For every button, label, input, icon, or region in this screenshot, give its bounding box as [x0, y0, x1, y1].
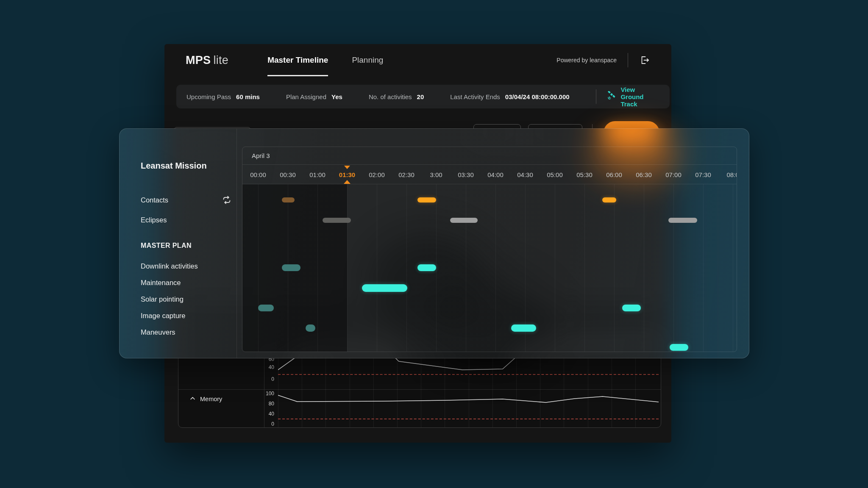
eclipses-activity-bar[interactable]: [323, 218, 351, 223]
stat-activities: No. of activities 20: [369, 93, 424, 100]
image-activity-bar[interactable]: [511, 324, 536, 332]
track-label: Solar pointing: [141, 295, 184, 303]
current-time-marker-bottom: [344, 180, 351, 184]
header-right: Powered by leanspace: [556, 53, 650, 67]
stat-plan-assigned: Plan Assigned Yes: [286, 93, 342, 100]
current-time-marker-top: [344, 166, 350, 169]
mission-title: Leansat Mission: [141, 160, 232, 171]
timeline-bars-area[interactable]: [242, 184, 737, 352]
track-label: Contacts: [141, 196, 168, 204]
timeline-gridline: [436, 184, 437, 352]
stat-label: No. of activities: [369, 93, 412, 100]
stat-last-activity: Last Activity Ends 03/04/24 08:00:00.000: [450, 93, 569, 100]
timeline-gridline: [258, 184, 259, 352]
tick-label: 00:30: [273, 165, 303, 184]
stat-value: 03/04/24 08:00:00.000: [505, 93, 570, 100]
solar-activity-bar[interactable]: [258, 305, 274, 311]
tick-label: 02:00: [362, 165, 392, 184]
track-label: Image capture: [141, 312, 185, 320]
brand-suffix: lite: [213, 54, 228, 67]
memory-chart-label[interactable]: Memory: [189, 395, 222, 403]
tick-label: 08:0: [718, 165, 737, 184]
sidebar-item-downlink-activities[interactable]: Downlink activities: [141, 261, 232, 272]
memory-chart-ytick: 100: [260, 391, 274, 396]
timeline-gridline: [644, 184, 644, 352]
maintenance-activity-bar[interactable]: [362, 284, 407, 292]
date-label: April 3: [252, 152, 270, 159]
timeline-gridline: [703, 184, 704, 352]
sidebar-item-image-capture[interactable]: Image capture: [141, 310, 232, 321]
timeline-gridline: [733, 184, 733, 352]
tick-label: 04:30: [510, 165, 540, 184]
header-divider: [628, 53, 628, 67]
tick-label: 03:30: [451, 165, 481, 184]
sidebar-item-solar-pointing[interactable]: Solar pointing: [141, 294, 232, 305]
tick-label: 07:30: [688, 165, 718, 184]
timeline-gridline: [377, 184, 377, 352]
track-label: Maneuvers: [141, 328, 175, 336]
logout-icon[interactable]: [639, 55, 650, 66]
contacts-activity-bar[interactable]: [417, 197, 436, 202]
app-header: MPSlite Master Timeline Planning Powered…: [164, 44, 671, 76]
sidebar-item-eclipses[interactable]: Eclipses: [141, 214, 232, 225]
top-chart-threshold-line: [278, 374, 659, 375]
powered-by-label: Powered by leanspace: [556, 57, 617, 64]
master-plan-heading: MASTER PLAN: [141, 240, 232, 251]
tab-master-timeline[interactable]: Master Timeline: [267, 44, 328, 76]
status-bar: Upcoming Pass 60 mins Plan Assigned Yes …: [176, 85, 670, 108]
tick-label: 05:30: [570, 165, 599, 184]
stat-label: Upcoming Pass: [186, 93, 231, 100]
eclipses-activity-bar[interactable]: [450, 218, 478, 223]
stat-label: Last Activity Ends: [450, 93, 500, 100]
timeline-gridline: [614, 184, 615, 352]
downlink-activity-bar[interactable]: [282, 264, 300, 271]
solar-activity-bar[interactable]: [622, 305, 641, 311]
sidebar-item-maneuvers[interactable]: Maneuvers: [141, 327, 232, 338]
timeline-gridline: [406, 184, 407, 352]
track-label: Eclipses: [141, 216, 167, 224]
sidebar-item-maintenance[interactable]: Maintenance: [141, 277, 232, 288]
main-tabs: Master Timeline Planning: [267, 44, 383, 76]
memory-chart-ytick: 0: [260, 421, 274, 427]
tick-label: 02:30: [392, 165, 421, 184]
stat-value: 60 mins: [236, 93, 260, 100]
timeline-gridline: [555, 184, 555, 352]
timeline-gridline: [584, 184, 585, 352]
memory-chart-ytick: 40: [260, 411, 274, 417]
eclipses-activity-bar[interactable]: [668, 218, 697, 223]
contacts-activity-bar[interactable]: [602, 197, 616, 202]
image-activity-bar[interactable]: [306, 324, 315, 332]
app-logo: MPSlite: [186, 54, 228, 67]
sidebar-divider: [236, 129, 237, 358]
mission-timeline-overlay: Leansat Mission Contacts Eclipses MASTER…: [119, 128, 749, 358]
status-bar-action: View Ground Track: [596, 86, 659, 108]
view-ground-track-button[interactable]: View Ground Track: [607, 86, 659, 108]
timeline-gridline: [317, 184, 318, 352]
sidebar-item-contacts[interactable]: Contacts: [141, 194, 232, 205]
chevron-up-icon[interactable]: [189, 395, 196, 403]
tick-label: 04:00: [481, 165, 510, 184]
stat-upcoming-pass: Upcoming Pass 60 mins: [186, 93, 260, 100]
tick-label: 06:30: [629, 165, 659, 184]
satellite-icon: [607, 91, 616, 102]
brand-name: MPS: [186, 54, 211, 67]
tab-planning[interactable]: Planning: [352, 44, 383, 76]
downlink-activity-bar[interactable]: [417, 264, 436, 271]
ground-track-label: View Ground Track: [620, 86, 659, 108]
repeat-icon[interactable]: [222, 195, 232, 205]
timeline-panel: April 3 00:0000:3001:0001:3002:0002:303:…: [242, 147, 737, 352]
track-label: Downlink activities: [141, 262, 198, 270]
timeline-gridline: [495, 184, 496, 352]
stat-value: Yes: [331, 93, 342, 100]
timeline-gridline: [673, 184, 674, 352]
action-divider: [596, 89, 596, 104]
tick-label: 07:00: [659, 165, 688, 184]
tick-label: 05:00: [540, 165, 570, 184]
tick-label: 00:00: [243, 165, 273, 184]
timeline-gridline: [347, 184, 348, 352]
maneuvers-activity-bar[interactable]: [670, 344, 688, 351]
contacts-activity-bar[interactable]: [282, 197, 295, 202]
memory-chart-ytick: 80: [260, 401, 274, 407]
tick-label: 3:00: [421, 165, 451, 184]
stat-value: 20: [417, 93, 424, 100]
